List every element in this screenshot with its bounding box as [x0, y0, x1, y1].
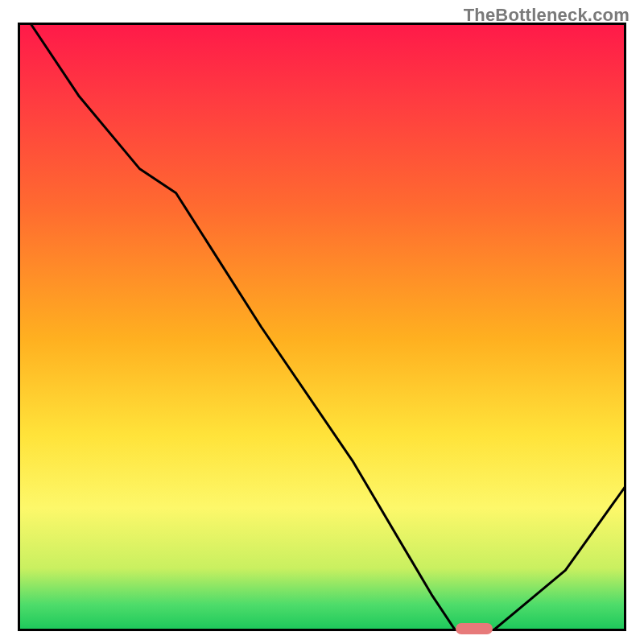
bottleneck-curve — [18, 23, 626, 631]
chart-container: TheBottleneck.com — [0, 0, 644, 644]
optimal-range-marker — [456, 623, 492, 634]
